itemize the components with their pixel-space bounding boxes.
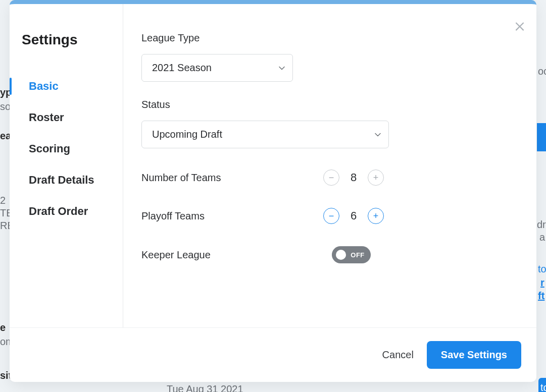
number-of-teams-stepper: − 8 + (323, 170, 384, 186)
modal-title: Settings (10, 19, 123, 71)
field-playoff-teams: Playoff Teams − 6 + (141, 208, 518, 224)
status-value: Upcoming Draft (152, 129, 222, 140)
playoff-teams-increment-button[interactable]: + (368, 208, 384, 224)
number-of-teams-label: Number of Teams (141, 172, 242, 184)
bg-text: ft (538, 290, 544, 302)
close-icon (513, 25, 526, 34)
num-teams-value: 8 (350, 171, 358, 184)
plus-icon: + (373, 173, 379, 182)
playoff-teams-stepper: − 6 + (323, 208, 384, 224)
bg-text: r (540, 277, 544, 289)
plus-icon: + (373, 211, 379, 220)
field-keeper-league: Keeper League OFF (141, 246, 518, 263)
bg-text: to (538, 263, 546, 275)
status-select[interactable]: Upcoming Draft (141, 121, 389, 148)
cancel-button[interactable]: Cancel (382, 349, 414, 361)
playoff-teams-label: Playoff Teams (141, 210, 242, 222)
modal-footer: Cancel Save Settings (10, 327, 536, 382)
bg-text: dr (537, 219, 546, 231)
tab-roster[interactable]: Roster (10, 102, 123, 133)
settings-modal: Settings Basic Roster Scoring Draft Deta… (10, 0, 536, 382)
save-settings-button[interactable]: Save Settings (427, 341, 521, 369)
close-button[interactable] (513, 19, 526, 34)
bg-text: to (538, 378, 546, 392)
bg-text: oo (538, 66, 546, 77)
num-teams-decrement-button[interactable]: − (323, 170, 339, 186)
bg-text: Tue Aug 31 2021 (167, 383, 243, 392)
tab-draft-order[interactable]: Draft Order (10, 196, 123, 227)
bg-text: so (0, 101, 11, 113)
league-type-select[interactable]: 2021 Season (141, 54, 293, 82)
field-status: Status Upcoming Draft (141, 99, 518, 148)
tab-draft-details[interactable]: Draft Details (10, 164, 123, 196)
status-label: Status (141, 99, 518, 110)
num-teams-increment-button[interactable]: + (368, 170, 384, 186)
keeper-league-label: Keeper League (141, 249, 211, 261)
settings-form: League Type 2021 Season Status Upcoming … (123, 4, 536, 327)
playoff-teams-decrement-button[interactable]: − (323, 208, 339, 224)
settings-sidebar: Settings Basic Roster Scoring Draft Deta… (10, 4, 123, 327)
minus-icon: − (329, 173, 334, 182)
keeper-league-toggle[interactable]: OFF (332, 246, 371, 263)
toggle-knob (336, 250, 346, 260)
modal-body: Settings Basic Roster Scoring Draft Deta… (10, 4, 536, 327)
league-type-value: 2021 Season (152, 62, 212, 74)
minus-icon: − (329, 211, 334, 220)
field-number-of-teams: Number of Teams − 8 + (141, 170, 518, 186)
league-type-label: League Type (141, 32, 518, 44)
tab-basic[interactable]: Basic (10, 71, 123, 102)
bg-text: e (0, 322, 6, 333)
toggle-state-label: OFF (351, 251, 365, 259)
chevron-down-icon (279, 65, 285, 71)
bg-text: 2 (0, 195, 6, 206)
chevron-down-icon (375, 132, 381, 138)
field-league-type: League Type 2021 Season (141, 32, 518, 82)
bg-text: a (539, 232, 545, 243)
tab-scoring[interactable]: Scoring (10, 133, 123, 164)
playoff-teams-value: 6 (350, 209, 358, 222)
